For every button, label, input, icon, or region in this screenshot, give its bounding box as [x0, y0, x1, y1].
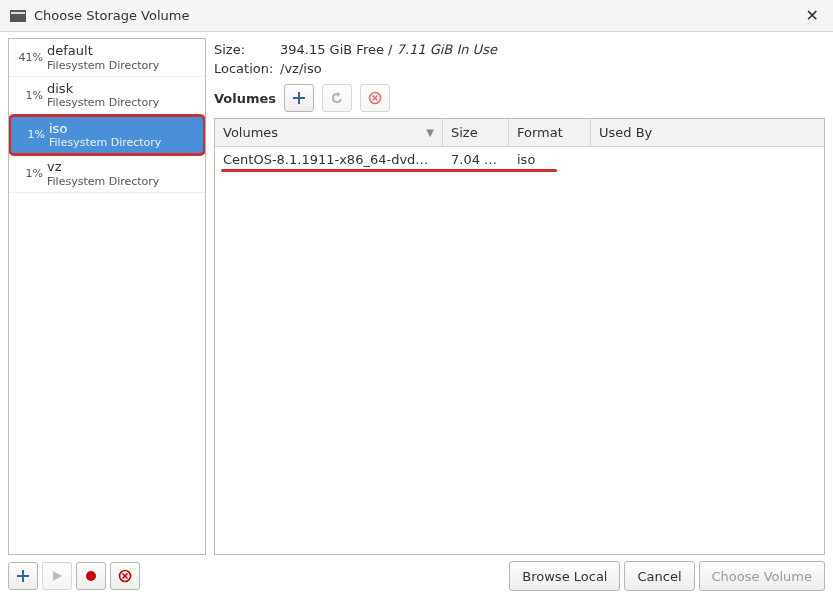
cancel-button[interactable]: Cancel — [624, 561, 694, 591]
header-usedby[interactable]: Used By — [591, 119, 824, 146]
pool-list: 41% default Filesystem Directory 1% disk… — [8, 38, 206, 555]
pool-name: iso — [49, 121, 197, 137]
svg-point-1 — [86, 571, 96, 581]
pool-sub: Filesystem Directory — [49, 136, 197, 149]
cell-size: 7.04 GiB — [443, 152, 509, 167]
titlebar: Choose Storage Volume ✕ — [0, 0, 833, 32]
volumes-toolbar: Volumes — [214, 84, 825, 112]
stop-record-icon — [85, 570, 97, 582]
pool-pct: 1% — [17, 128, 49, 141]
header-format[interactable]: Format — [509, 119, 591, 146]
annotation-underline — [221, 169, 557, 172]
cell-format: iso — [509, 152, 591, 167]
pool-item-iso[interactable]: 1% iso Filesystem Directory — [8, 114, 206, 157]
pool-sub: Filesystem Directory — [47, 96, 199, 109]
pool-name: vz — [47, 159, 199, 175]
size-label: Size: — [214, 42, 280, 57]
start-pool-button[interactable] — [42, 562, 72, 590]
volumes-header: Volumes ▼ Size Format Used By — [215, 119, 824, 147]
table-row[interactable]: CentOS-8.1.1911-x86_64-dvd1.iso 7.04 GiB… — [215, 147, 824, 171]
browse-local-button[interactable]: Browse Local — [509, 561, 620, 591]
cell-name: CentOS-8.1.1911-x86_64-dvd1.iso — [215, 152, 443, 167]
pool-name: disk — [47, 81, 199, 97]
refresh-volume-button[interactable] — [322, 84, 352, 112]
add-volume-button[interactable] — [284, 84, 314, 112]
plus-icon — [16, 569, 30, 583]
pool-sub: Filesystem Directory — [47, 175, 199, 188]
plus-icon — [292, 91, 306, 105]
header-volumes[interactable]: Volumes ▼ — [215, 119, 443, 146]
choose-volume-button[interactable]: Choose Volume — [699, 561, 825, 591]
volumes-label: Volumes — [214, 91, 276, 106]
pool-item-default[interactable]: 41% default Filesystem Directory — [9, 39, 205, 77]
delete-volume-button[interactable] — [360, 84, 390, 112]
window-title: Choose Storage Volume — [34, 8, 802, 23]
stop-pool-button[interactable] — [76, 562, 106, 590]
pool-name: default — [47, 43, 199, 59]
sort-indicator-icon: ▼ — [426, 127, 434, 138]
close-icon[interactable]: ✕ — [802, 4, 823, 28]
size-value: 394.15 GiB Free / 7.11 GiB In Use — [280, 42, 497, 57]
delete-circle-icon — [118, 569, 132, 583]
right-pane: Size: 394.15 GiB Free / 7.11 GiB In Use … — [214, 38, 825, 555]
add-pool-button[interactable] — [8, 562, 38, 590]
pool-pct: 41% — [15, 51, 47, 64]
pool-item-disk[interactable]: 1% disk Filesystem Directory — [9, 77, 205, 115]
pool-pct: 1% — [15, 89, 47, 102]
volumes-table: Volumes ▼ Size Format Used By CentOS-8.1… — [214, 118, 825, 555]
pool-item-vz[interactable]: 1% vz Filesystem Directory — [9, 155, 205, 193]
refresh-icon — [330, 91, 344, 105]
location-label: Location: — [214, 61, 280, 76]
pool-sub: Filesystem Directory — [47, 59, 199, 72]
storage-icon — [10, 10, 26, 22]
main-area: 41% default Filesystem Directory 1% disk… — [0, 32, 833, 555]
delete-pool-button[interactable] — [110, 562, 140, 590]
header-size[interactable]: Size — [443, 119, 509, 146]
pool-pct: 1% — [15, 167, 47, 180]
play-icon — [51, 570, 63, 582]
details: Size: 394.15 GiB Free / 7.11 GiB In Use … — [214, 38, 825, 84]
delete-circle-icon — [368, 91, 382, 105]
footer: Browse Local Cancel Choose Volume — [0, 555, 833, 597]
location-value: /vz/iso — [280, 61, 322, 76]
